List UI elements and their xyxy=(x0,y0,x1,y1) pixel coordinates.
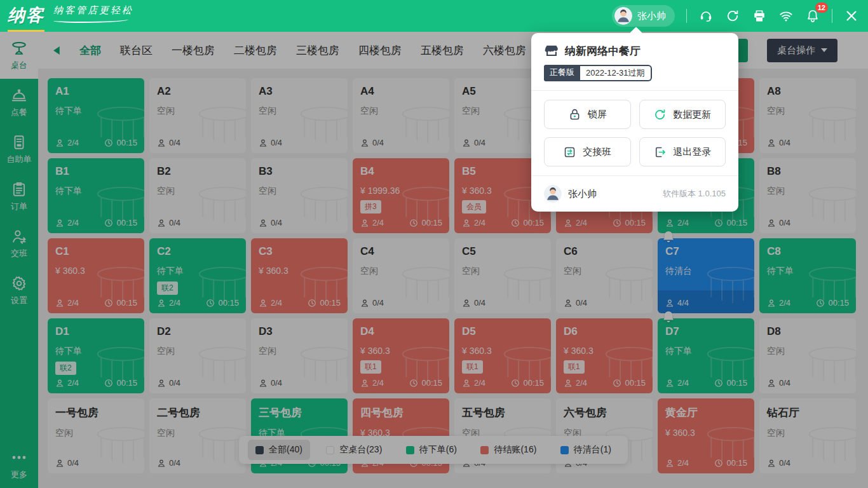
printer-icon[interactable] xyxy=(752,8,767,24)
action-label: 退出登录 xyxy=(673,146,711,158)
header-divider xyxy=(832,9,832,23)
store-name: 纳新网络中餐厅 xyxy=(565,44,641,58)
sync-icon[interactable] xyxy=(725,8,740,24)
customer-service-icon[interactable] xyxy=(698,8,714,24)
software-version: 软件版本 1.0.105 xyxy=(663,188,726,200)
lock-icon xyxy=(568,108,581,121)
close-button[interactable] xyxy=(844,8,859,24)
action-label: 数据更新 xyxy=(673,109,711,121)
handover-icon xyxy=(563,146,576,159)
expiry-badge: 2022-12-31过期 xyxy=(580,65,652,81)
action-label: 交接班 xyxy=(583,146,611,158)
slogan-underline xyxy=(53,17,128,23)
edition-badge: 正餐版 xyxy=(544,65,580,81)
popover-user-name: 张小帅 xyxy=(568,188,597,200)
logout-button[interactable]: 退出登录 xyxy=(639,137,726,166)
wifi-icon[interactable] xyxy=(778,8,794,24)
notifications-button[interactable]: 12 xyxy=(805,8,820,24)
app-logo: 纳客 纳客管店更轻松 xyxy=(8,1,133,32)
handover-button[interactable]: 交接班 xyxy=(544,137,631,166)
popover-divider xyxy=(531,90,738,91)
logo-text: 纳客 xyxy=(8,1,44,32)
logo-slogan: 纳客管店更轻松 xyxy=(53,4,133,17)
popover-user-avatar xyxy=(544,185,562,203)
refresh-icon xyxy=(653,108,667,121)
header-divider xyxy=(686,9,687,23)
popover-divider xyxy=(531,175,738,176)
app-header: 纳客 纳客管店更轻松 张小帅 12 xyxy=(0,0,868,32)
popover-actions: 锁屏数据更新交接班退出登录 xyxy=(544,100,726,166)
user-avatar xyxy=(614,7,632,25)
lock-screen-button[interactable]: 锁屏 xyxy=(544,100,631,129)
user-name: 张小帅 xyxy=(637,10,666,22)
data-update-button[interactable]: 数据更新 xyxy=(639,100,726,129)
user-menu-button[interactable]: 张小帅 xyxy=(612,5,675,27)
logout-icon xyxy=(653,146,667,159)
action-label: 锁屏 xyxy=(588,109,607,121)
notification-badge: 12 xyxy=(815,3,828,13)
store-popover: 纳新网络中餐厅 正餐版 2022-12-31过期 锁屏数据更新交接班退出登录 张… xyxy=(531,33,738,212)
store-icon xyxy=(544,43,559,58)
